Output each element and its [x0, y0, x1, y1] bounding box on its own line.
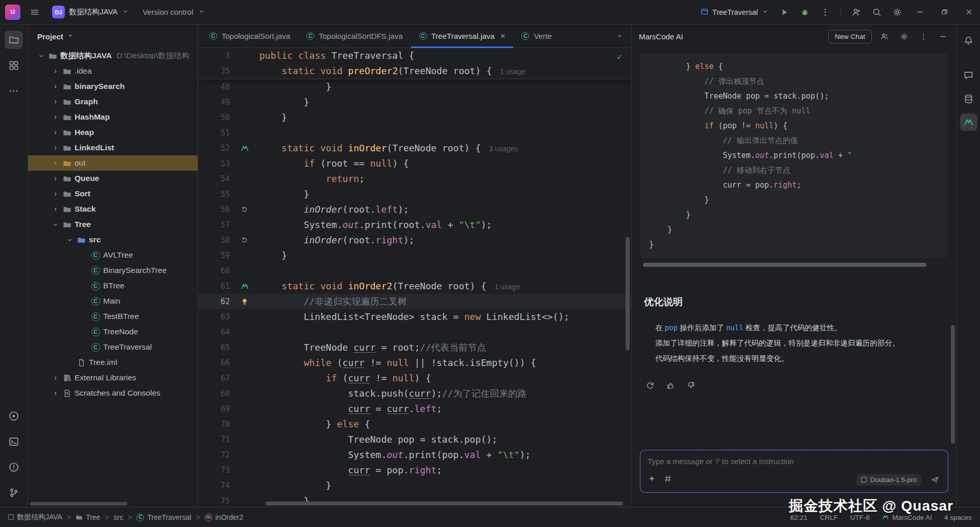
project-tree-item-LinkedList[interactable]: LinkedList: [28, 140, 198, 155]
run-tool-icon[interactable]: [5, 407, 23, 425]
hamburger-menu-icon[interactable]: [26, 3, 44, 21]
breadcrumb-src[interactable]: src: [114, 513, 124, 521]
editor-tab-Verte[interactable]: CVerte: [513, 25, 560, 48]
git-branch-icon[interactable]: [5, 484, 23, 502]
chevron-right-icon[interactable]: [50, 83, 61, 90]
code-line-62[interactable]: 62 //非递归实现遍历二叉树: [198, 294, 631, 309]
marscode-tool-icon[interactable]: [960, 113, 977, 131]
project-panel-header[interactable]: Project: [28, 25, 198, 48]
prompt-sparkle-icon[interactable]: [648, 474, 656, 485]
editor-tab-TreeTraversal.java[interactable]: CTreeTraversal.java×: [411, 25, 514, 48]
breadcrumb-TreeTraversal[interactable]: CTreeTraversal: [136, 513, 191, 521]
ai-settings-gear-icon[interactable]: [897, 30, 911, 43]
project-tree-item-TestBTree[interactable]: CTestBTree: [28, 309, 198, 324]
run-button[interactable]: [775, 3, 794, 21]
usages-inlay[interactable]: 3 usages: [489, 145, 518, 153]
chevron-right-icon[interactable]: [50, 159, 61, 167]
code-line-63[interactable]: 63 LinkedList<TreeNode> stack = new Link…: [198, 309, 631, 325]
usages-inlay[interactable]: 1 usage: [500, 67, 525, 76]
close-button[interactable]: [958, 0, 980, 24]
project-tree-item-src[interactable]: src: [28, 232, 198, 247]
code-line-69[interactable]: 69 curr = curr.left;: [198, 401, 631, 417]
code-line-71[interactable]: 71 TreeNode pop = stack.pop();: [198, 432, 631, 447]
chevron-right-icon[interactable]: [50, 175, 61, 182]
editor-body[interactable]: ✓ 3public class TreeTraversal {35 static…: [198, 48, 631, 507]
project-tree-item-Stack[interactable]: Stack: [28, 201, 198, 217]
code-line-50[interactable]: 50 }: [198, 110, 631, 125]
thumbs-up-icon[interactable]: [664, 379, 677, 392]
project-tree-item-TreeTraversal[interactable]: CTreeTraversal: [28, 339, 198, 355]
code-line-60[interactable]: 60: [198, 263, 631, 279]
thumbs-down-icon[interactable]: [685, 379, 697, 392]
notifications-bell-icon[interactable]: [960, 32, 977, 49]
editor-tab-TopologicalSortDFS.java[interactable]: CTopologicalSortDFS.java: [298, 25, 411, 48]
chevron-down-icon[interactable]: [64, 236, 75, 244]
hide-panel-icon[interactable]: [936, 30, 949, 43]
breadcrumb-数据结构JAVA[interactable]: 数据结构JAVA: [8, 513, 62, 522]
code-line-66[interactable]: 66 while (curr != null || !stack.isEmpty…: [198, 355, 631, 371]
chevron-right-icon[interactable]: [50, 98, 61, 106]
code-line-51[interactable]: 51: [198, 125, 631, 141]
ai-vscrollbar[interactable]: [951, 325, 955, 444]
code-line-53[interactable]: 53 if (root == null) {: [198, 156, 631, 171]
more-actions-icon[interactable]: [816, 3, 834, 21]
ai-chat-tool-icon[interactable]: [960, 66, 977, 84]
mars-gutter-icon[interactable]: [230, 144, 259, 153]
more-tool-windows-icon[interactable]: [5, 82, 23, 100]
debug-button[interactable]: [796, 3, 814, 21]
code-line-57[interactable]: 57 System.out.print(root.val + "\t");: [198, 217, 631, 233]
new-chat-button[interactable]: New Chat: [828, 30, 872, 43]
ai-input-placeholder[interactable]: Type a message or '/' to select a instru…: [648, 457, 941, 466]
regenerate-icon[interactable]: [644, 379, 656, 392]
project-tree-item-Scratches and Consoles[interactable]: Scratches and Consoles: [28, 385, 198, 401]
project-tree-item-HashMap[interactable]: HashMap: [28, 109, 198, 125]
chevron-right-icon[interactable]: [50, 113, 61, 121]
project-tree-item-Graph[interactable]: Graph: [28, 94, 198, 109]
code-line-68[interactable]: 68 stack.push(curr);//为了记住回来的路: [198, 386, 631, 401]
breadcrumb-inOrder2[interactable]: minOrder2: [205, 513, 243, 521]
code-line-70[interactable]: 70 } else {: [198, 417, 631, 432]
chevron-down-icon[interactable]: [50, 221, 61, 228]
project-tree-item-BinarySearchTree[interactable]: CBinarySearchTree: [28, 263, 198, 278]
mars-gutter-icon[interactable]: [230, 282, 259, 291]
code-line-52[interactable]: 52 static void inOrder(TreeNode root) {3…: [198, 141, 631, 156]
project-tree-item-TreeNode[interactable]: CTreeNode: [28, 324, 198, 339]
project-tree-item-Tree[interactable]: Tree: [28, 217, 198, 232]
project-tree-item-out[interactable]: out: [28, 155, 198, 171]
code-line-3[interactable]: 3public class TreeTraversal {: [198, 48, 631, 63]
minimize-button[interactable]: [909, 0, 931, 24]
problems-tool-icon[interactable]: [5, 458, 23, 476]
code-line-54[interactable]: 54 return;: [198, 171, 631, 187]
code-line-49[interactable]: 49 }: [198, 95, 631, 110]
chevron-right-icon[interactable]: [50, 389, 61, 397]
bulb-gutter-icon[interactable]: [230, 297, 259, 306]
chevron-down-icon[interactable]: [35, 52, 46, 60]
code-line-74[interactable]: 74 }: [198, 478, 631, 493]
project-tree-item-Queue[interactable]: Queue: [28, 171, 198, 186]
code-line-55[interactable]: 55 }: [198, 187, 631, 202]
project-tree-item-.idea[interactable]: .idea: [28, 63, 198, 79]
contacts-icon[interactable]: [878, 30, 891, 43]
chevron-right-icon[interactable]: [50, 205, 61, 213]
ai-input-box[interactable]: Type a message or '/' to select a instru…: [640, 450, 948, 493]
project-tree-item-数据结构JAVA[interactable]: 数据结构JAVAD:\Desktop\数据结构: [28, 48, 198, 63]
code-line-67[interactable]: 67 if (curr != null) {: [198, 371, 631, 386]
editor-vscrollbar[interactable]: [626, 237, 630, 351]
code-line-58[interactable]: 58 inOrder(root.right);: [198, 233, 631, 248]
version-control-widget[interactable]: Version control: [137, 5, 210, 19]
project-tree-item-BTree[interactable]: CBTree: [28, 278, 198, 293]
tab-list-chevron-down-icon[interactable]: [613, 30, 626, 43]
restore-button[interactable]: [933, 0, 955, 24]
usages-inlay[interactable]: 1 usage: [494, 283, 520, 291]
code-line-65[interactable]: 65 TreeNode curr = root;//代表当前节点: [198, 340, 631, 355]
code-line-61[interactable]: 61 static void inOrder2(TreeNode root) {…: [198, 279, 631, 294]
terminal-tool-icon[interactable]: [5, 432, 23, 451]
code-with-me-icon[interactable]: [847, 3, 866, 21]
project-tree-item-binarySearch[interactable]: binarySearch: [28, 79, 198, 94]
model-selector[interactable]: Doubao-1.5-pro: [856, 474, 921, 486]
code-line-72[interactable]: 72 System.out.print(pop.val + "\t");: [198, 447, 631, 463]
inspection-ok-icon[interactable]: ✓: [617, 49, 622, 64]
structure-tool-icon[interactable]: [5, 56, 23, 75]
chevron-right-icon[interactable]: [50, 374, 61, 382]
database-tool-icon[interactable]: [960, 90, 977, 107]
